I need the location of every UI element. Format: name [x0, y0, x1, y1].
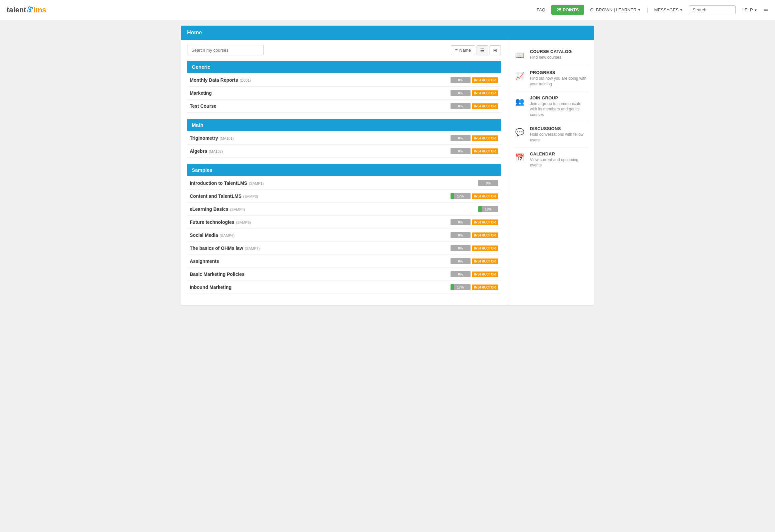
course-progress-area: 0%INSTRUCTOR: [451, 148, 498, 154]
progress-label: 0%: [451, 135, 471, 141]
table-row[interactable]: The basics of OHMs law(SAMP7)0%INSTRUCTO…: [187, 242, 501, 255]
table-row[interactable]: Marketing0%INSTRUCTOR: [187, 87, 501, 100]
help-caret-icon: ▼: [754, 8, 757, 12]
sidebar-item-text: JOIN GROUPJoin a group to communicate wi…: [530, 95, 588, 118]
sidebar-item-desc: Join a group to communicate with its mem…: [530, 101, 588, 118]
progress-bar: 0%: [451, 148, 471, 154]
course-name: Algebra(MA102): [190, 148, 451, 154]
messages-menu[interactable]: MESSAGES ▼: [654, 7, 683, 12]
sidebar-item-title: COURSE CATALOG: [530, 49, 572, 54]
course-progress-area: 0%INSTRUCTOR: [451, 232, 498, 238]
progress-icon: 📈: [513, 70, 526, 83]
logo-lms-text: lms: [34, 6, 46, 14]
sidebar-item-course-catalog[interactable]: 📖COURSE CATALOGFind new courses: [513, 45, 588, 66]
instructor-badge: INSTRUCTOR: [472, 193, 498, 199]
progress-label: 0%: [478, 180, 498, 186]
course-code: (SAMP6): [220, 233, 235, 237]
course-name: Future technologies(SAMP5): [190, 219, 451, 225]
course-progress-area: 0%INSTRUCTOR: [451, 77, 498, 83]
progress-bar: 17%: [451, 284, 471, 290]
table-row[interactable]: eLearning Basics(SAMP4)18%: [187, 203, 501, 216]
sidebar-item-text: PROGRESSFind out how you are doing with …: [530, 70, 588, 87]
sort-icon: ≡: [455, 48, 458, 53]
instructor-badge: INSTRUCTOR: [472, 77, 498, 83]
sidebar-item-calendar[interactable]: 📅CALENDARView current and upcoming event…: [513, 147, 588, 172]
table-row[interactable]: Social Media(SAMP6)0%INSTRUCTOR: [187, 229, 501, 242]
list-view-button[interactable]: ☰: [477, 45, 488, 55]
instructor-badge: INSTRUCTOR: [472, 245, 498, 251]
category-header: Generic: [187, 61, 501, 73]
logout-icon[interactable]: ➡: [763, 6, 768, 14]
course-code: (D001): [240, 78, 251, 82]
instructor-badge: INSTRUCTOR: [472, 272, 498, 277]
messages-label: MESSAGES: [654, 7, 679, 12]
sidebar-item-title: DISCUSSIONS: [530, 126, 588, 131]
course-progress-area: 0%INSTRUCTOR: [451, 258, 498, 264]
category-header: Samples: [187, 164, 501, 176]
course-code: (SAMP5): [236, 220, 251, 224]
progress-label: 18%: [478, 206, 498, 212]
logo[interactable]: talent ⛈ lms: [7, 6, 46, 14]
search-input[interactable]: [689, 5, 736, 14]
table-row[interactable]: Introduction to TalentLMS(SAMP1)0%: [187, 177, 501, 190]
course-name: Triginometry(MA101): [190, 135, 451, 141]
course-progress-area: 0%: [478, 180, 498, 186]
course-progress-area: 0%INSTRUCTOR: [451, 219, 498, 225]
table-row[interactable]: Content and TalentLMS(SAMP3)17%INSTRUCTO…: [187, 190, 501, 203]
course-code: (MA102): [209, 149, 223, 153]
instructor-badge: INSTRUCTOR: [472, 219, 498, 225]
progress-label: 0%: [451, 245, 471, 251]
course-code: (SAMP1): [249, 181, 264, 185]
points-button[interactable]: 25 POINTS: [551, 5, 584, 15]
table-row[interactable]: Assignments0%INSTRUCTOR: [187, 255, 501, 268]
home-title: Home: [187, 30, 202, 35]
table-row[interactable]: Inbound Marketing17%INSTRUCTOR: [187, 281, 501, 294]
right-sidebar: 📖COURSE CATALOGFind new courses📈PROGRESS…: [507, 40, 594, 305]
progress-bar: 0%: [478, 180, 498, 186]
sort-button[interactable]: ≡ Name: [451, 45, 475, 55]
course-name: Basic Marketing Policies: [190, 272, 451, 277]
course-progress-area: 17%INSTRUCTOR: [451, 193, 498, 199]
help-link[interactable]: HELP ▼: [742, 7, 757, 12]
progress-bar: 18%: [478, 206, 498, 212]
table-row[interactable]: Test Course0%INSTRUCTOR: [187, 100, 501, 113]
course-name: The basics of OHMs law(SAMP7): [190, 245, 451, 251]
course-progress-area: 0%INSTRUCTOR: [451, 245, 498, 251]
course-progress-area: 0%INSTRUCTOR: [451, 103, 498, 109]
course-name: Monthly Data Reports(D001): [190, 77, 451, 83]
user-menu[interactable]: G. BROWN | LEARNER ▼: [590, 7, 641, 12]
logo-talent-text: talent: [7, 6, 26, 14]
course-name: Test Course: [190, 103, 451, 109]
messages-caret-icon: ▼: [680, 8, 683, 12]
table-row[interactable]: Algebra(MA102)0%INSTRUCTOR: [187, 145, 501, 158]
course-name: eLearning Basics(SAMP4): [190, 206, 478, 212]
sidebar-item-progress[interactable]: 📈PROGRESSFind out how you are doing with…: [513, 66, 588, 91]
sidebar-item-desc: Find out how you are doing with your tra…: [530, 76, 588, 87]
course-search-input[interactable]: [187, 45, 264, 55]
sidebar-items-container: 📖COURSE CATALOGFind new courses📈PROGRESS…: [513, 45, 588, 172]
logo-cloud-icon: ⛈: [27, 6, 33, 13]
instructor-badge: INSTRUCTOR: [472, 148, 498, 154]
course-name: Social Media(SAMP6): [190, 232, 451, 238]
course-catalog-icon: 📖: [513, 49, 526, 62]
sidebar-item-text: CALENDARView current and upcoming events: [530, 151, 588, 168]
grid-view-button[interactable]: ⊞: [490, 45, 501, 55]
faq-link[interactable]: FAQ: [537, 7, 545, 12]
table-row[interactable]: Future technologies(SAMP5)0%INSTRUCTOR: [187, 216, 501, 229]
progress-label: 0%: [451, 271, 471, 277]
table-row[interactable]: Triginometry(MA101)0%INSTRUCTOR: [187, 132, 501, 145]
sidebar-item-discussions[interactable]: 💬DISCUSSIONSHold conversations with fell…: [513, 122, 588, 147]
progress-bar: 0%: [451, 219, 471, 225]
instructor-badge: INSTRUCTOR: [472, 285, 498, 290]
progress-label: 17%: [451, 284, 471, 290]
table-row[interactable]: Basic Marketing Policies0%INSTRUCTOR: [187, 268, 501, 281]
progress-label: 0%: [451, 219, 471, 225]
view-controls: ≡ Name ☰ ⊞: [451, 45, 501, 55]
course-name: Introduction to TalentLMS(SAMP1): [190, 180, 478, 186]
category-section: SamplesIntroduction to TalentLMS(SAMP1)0…: [187, 164, 501, 294]
sidebar-item-text: DISCUSSIONSHold conversations with fello…: [530, 126, 588, 143]
table-row[interactable]: Monthly Data Reports(D001)0%INSTRUCTOR: [187, 74, 501, 87]
course-name: Assignments: [190, 258, 451, 264]
sidebar-item-join-group[interactable]: 👥JOIN GROUPJoin a group to communicate w…: [513, 91, 588, 122]
course-code: (SAMP4): [230, 207, 245, 211]
